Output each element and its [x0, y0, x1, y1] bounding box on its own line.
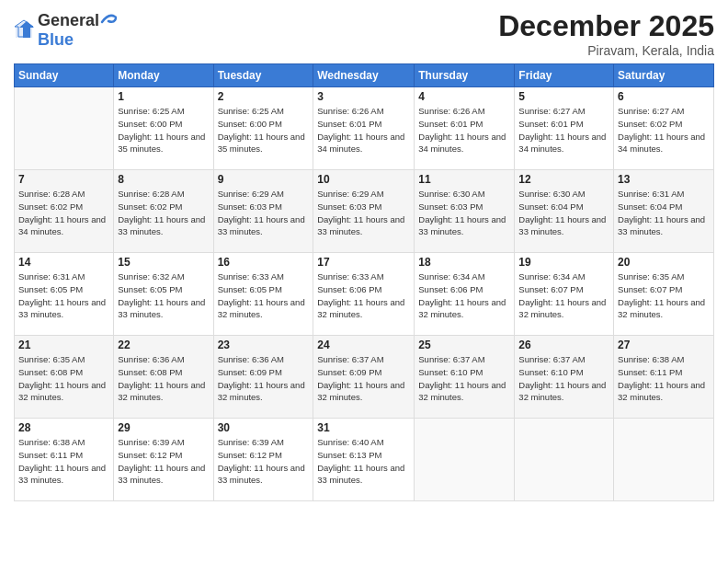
calendar-cell: 29Sunrise: 6:39 AM Sunset: 6:12 PM Dayli… — [114, 419, 213, 501]
day-info: Sunrise: 6:37 AM Sunset: 6:10 PM Dayligh… — [518, 353, 609, 404]
day-number: 19 — [518, 256, 609, 269]
day-number: 4 — [418, 90, 510, 103]
calendar-cell: 19Sunrise: 6:34 AM Sunset: 6:07 PM Dayli… — [515, 253, 614, 336]
calendar-cell: 9Sunrise: 6:29 AM Sunset: 6:03 PM Daylig… — [213, 170, 313, 253]
calendar-cell: 12Sunrise: 6:30 AM Sunset: 6:04 PM Dayli… — [515, 170, 614, 253]
title-block: December 2025 Piravam, Kerala, India — [498, 9, 714, 58]
day-number: 3 — [317, 90, 410, 103]
day-info: Sunrise: 6:26 AM Sunset: 6:01 PM Dayligh… — [418, 105, 510, 155]
day-number: 22 — [118, 339, 209, 351]
calendar-cell — [15, 87, 114, 170]
day-info: Sunrise: 6:29 AM Sunset: 6:03 PM Dayligh… — [317, 188, 410, 238]
calendar-cell: 26Sunrise: 6:37 AM Sunset: 6:10 PM Dayli… — [515, 336, 614, 419]
main-title: December 2025 — [498, 9, 714, 43]
day-number: 9 — [218, 173, 310, 186]
day-number: 11 — [418, 173, 510, 186]
day-info: Sunrise: 6:38 AM Sunset: 6:11 PM Dayligh… — [618, 353, 710, 404]
day-number: 21 — [18, 339, 109, 351]
day-info: Sunrise: 6:30 AM Sunset: 6:04 PM Dayligh… — [518, 188, 609, 238]
day-info: Sunrise: 6:38 AM Sunset: 6:11 PM Dayligh… — [18, 436, 109, 487]
page: General Blue December 2025 Piravam, Kera… — [0, 0, 728, 563]
calendar-cell: 10Sunrise: 6:29 AM Sunset: 6:03 PM Dayli… — [313, 170, 415, 253]
day-number: 23 — [218, 339, 310, 351]
day-number: 5 — [518, 90, 609, 103]
day-number: 12 — [518, 173, 609, 186]
calendar-header-row: SundayMondayTuesdayWednesdayThursdayFrid… — [15, 64, 714, 87]
calendar-cell: 18Sunrise: 6:34 AM Sunset: 6:06 PM Dayli… — [415, 253, 515, 336]
calendar-cell: 11Sunrise: 6:30 AM Sunset: 6:03 PM Dayli… — [415, 170, 515, 253]
day-info: Sunrise: 6:25 AM Sunset: 6:00 PM Dayligh… — [218, 105, 310, 155]
calendar-week-row: 21Sunrise: 6:35 AM Sunset: 6:08 PM Dayli… — [15, 336, 714, 419]
logo-general: General — [38, 11, 99, 30]
day-number: 6 — [618, 90, 710, 103]
day-info: Sunrise: 6:25 AM Sunset: 6:00 PM Dayligh… — [118, 105, 209, 155]
day-number: 1 — [118, 90, 209, 103]
calendar-cell: 6Sunrise: 6:27 AM Sunset: 6:02 PM Daylig… — [614, 87, 714, 170]
day-info: Sunrise: 6:27 AM Sunset: 6:01 PM Dayligh… — [518, 105, 609, 155]
day-info: Sunrise: 6:26 AM Sunset: 6:01 PM Dayligh… — [317, 105, 410, 155]
day-number: 10 — [317, 173, 410, 186]
day-info: Sunrise: 6:34 AM Sunset: 6:07 PM Dayligh… — [518, 270, 609, 321]
calendar-cell: 7Sunrise: 6:28 AM Sunset: 6:02 PM Daylig… — [15, 170, 114, 253]
day-info: Sunrise: 6:39 AM Sunset: 6:12 PM Dayligh… — [218, 436, 310, 487]
day-info: Sunrise: 6:33 AM Sunset: 6:06 PM Dayligh… — [317, 270, 410, 321]
calendar-cell: 25Sunrise: 6:37 AM Sunset: 6:10 PM Dayli… — [415, 336, 515, 419]
day-number: 28 — [18, 421, 109, 434]
day-number: 29 — [118, 421, 209, 434]
day-number: 2 — [218, 90, 310, 103]
calendar-cell — [415, 419, 515, 501]
day-number: 31 — [317, 421, 410, 434]
calendar-cell: 20Sunrise: 6:35 AM Sunset: 6:07 PM Dayli… — [614, 253, 714, 336]
day-info: Sunrise: 6:30 AM Sunset: 6:03 PM Dayligh… — [418, 188, 510, 238]
day-number: 30 — [218, 421, 310, 434]
day-info: Sunrise: 6:35 AM Sunset: 6:08 PM Dayligh… — [18, 353, 109, 404]
calendar-day-header: Monday — [114, 64, 213, 87]
day-number: 20 — [618, 256, 710, 269]
calendar-cell: 28Sunrise: 6:38 AM Sunset: 6:11 PM Dayli… — [15, 419, 114, 501]
day-number: 7 — [18, 173, 109, 186]
day-number: 18 — [418, 256, 510, 269]
logo-icon — [14, 19, 34, 40]
day-number: 25 — [418, 339, 510, 351]
calendar-cell: 14Sunrise: 6:31 AM Sunset: 6:05 PM Dayli… — [15, 253, 114, 336]
calendar-cell: 21Sunrise: 6:35 AM Sunset: 6:08 PM Dayli… — [15, 336, 114, 419]
calendar-cell: 2Sunrise: 6:25 AM Sunset: 6:00 PM Daylig… — [213, 87, 313, 170]
day-number: 8 — [118, 173, 209, 186]
day-info: Sunrise: 6:28 AM Sunset: 6:02 PM Dayligh… — [18, 188, 109, 238]
day-number: 26 — [518, 339, 609, 351]
calendar-cell: 16Sunrise: 6:33 AM Sunset: 6:05 PM Dayli… — [213, 253, 313, 336]
calendar-cell: 23Sunrise: 6:36 AM Sunset: 6:09 PM Dayli… — [213, 336, 313, 419]
day-number: 16 — [218, 256, 310, 269]
calendar-table: SundayMondayTuesdayWednesdayThursdayFrid… — [14, 63, 714, 501]
calendar-cell: 30Sunrise: 6:39 AM Sunset: 6:12 PM Dayli… — [213, 419, 313, 501]
calendar-cell — [515, 419, 614, 501]
day-info: Sunrise: 6:34 AM Sunset: 6:06 PM Dayligh… — [418, 270, 510, 321]
calendar-week-row: 7Sunrise: 6:28 AM Sunset: 6:02 PM Daylig… — [15, 170, 714, 253]
calendar-cell: 13Sunrise: 6:31 AM Sunset: 6:04 PM Dayli… — [614, 170, 714, 253]
day-number: 27 — [618, 339, 710, 351]
calendar-cell: 15Sunrise: 6:32 AM Sunset: 6:05 PM Dayli… — [114, 253, 213, 336]
day-info: Sunrise: 6:27 AM Sunset: 6:02 PM Dayligh… — [618, 105, 710, 155]
day-info: Sunrise: 6:32 AM Sunset: 6:05 PM Dayligh… — [118, 270, 209, 321]
calendar-cell: 5Sunrise: 6:27 AM Sunset: 6:01 PM Daylig… — [515, 87, 614, 170]
day-info: Sunrise: 6:31 AM Sunset: 6:05 PM Dayligh… — [18, 270, 109, 321]
subtitle: Piravam, Kerala, India — [498, 43, 714, 58]
calendar-cell: 22Sunrise: 6:36 AM Sunset: 6:08 PM Dayli… — [114, 336, 213, 419]
day-info: Sunrise: 6:37 AM Sunset: 6:10 PM Dayligh… — [418, 353, 510, 404]
calendar-day-header: Saturday — [614, 64, 714, 87]
calendar-week-row: 14Sunrise: 6:31 AM Sunset: 6:05 PM Dayli… — [15, 253, 714, 336]
day-number: 14 — [18, 256, 109, 269]
logo: General Blue — [14, 9, 117, 50]
calendar-day-header: Friday — [515, 64, 614, 87]
calendar-cell: 8Sunrise: 6:28 AM Sunset: 6:02 PM Daylig… — [114, 170, 213, 253]
calendar-day-header: Thursday — [415, 64, 515, 87]
day-info: Sunrise: 6:40 AM Sunset: 6:13 PM Dayligh… — [317, 436, 410, 487]
logo-swoosh — [100, 9, 117, 26]
calendar-day-header: Wednesday — [313, 64, 415, 87]
day-info: Sunrise: 6:35 AM Sunset: 6:07 PM Dayligh… — [618, 270, 710, 321]
calendar-cell — [614, 419, 714, 501]
calendar-cell: 24Sunrise: 6:37 AM Sunset: 6:09 PM Dayli… — [313, 336, 415, 419]
day-info: Sunrise: 6:37 AM Sunset: 6:09 PM Dayligh… — [317, 353, 410, 404]
calendar-week-row: 1Sunrise: 6:25 AM Sunset: 6:00 PM Daylig… — [15, 87, 714, 170]
calendar-cell: 27Sunrise: 6:38 AM Sunset: 6:11 PM Dayli… — [614, 336, 714, 419]
